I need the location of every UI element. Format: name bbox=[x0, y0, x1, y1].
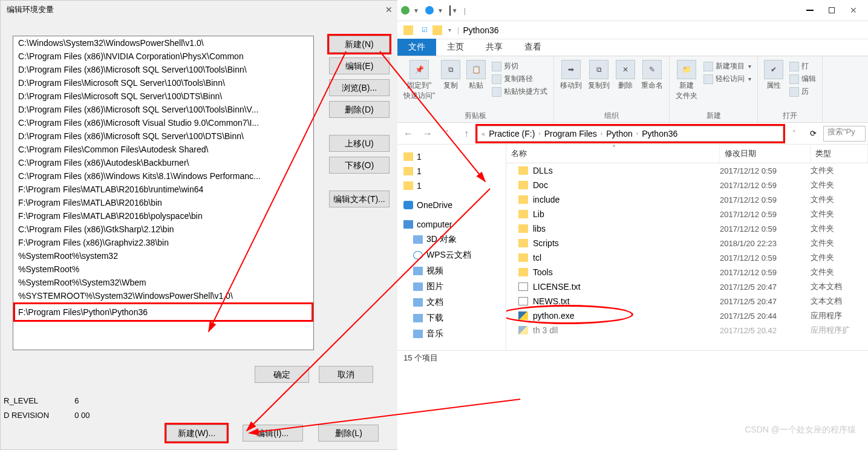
edit-text-button[interactable]: 编辑文本(T)... bbox=[329, 191, 390, 207]
file-row[interactable]: LICENSE.txt2017/12/5 20:47文本文档 bbox=[506, 279, 868, 294]
properties-button[interactable]: ✔属性 bbox=[764, 60, 783, 98]
tree-item-music[interactable]: 音乐 bbox=[400, 326, 503, 342]
path-list-item[interactable]: F:\Program Files\MATLAB\R2016b\bin bbox=[13, 196, 313, 209]
path-list-item[interactable]: D:\Program Files (x86)\Microsoft SQL Ser… bbox=[13, 129, 313, 143]
new-var-button[interactable]: 新建(W)... bbox=[166, 425, 227, 442]
tree-item-documents[interactable]: 文档 bbox=[400, 295, 503, 310]
file-row[interactable]: libs2017/12/12 0:59文件夹 bbox=[506, 221, 868, 236]
tree-item-pictures[interactable]: 图片 bbox=[400, 279, 503, 295]
tab-home[interactable]: 主页 bbox=[436, 39, 475, 56]
rename-button[interactable]: ✎重命名 bbox=[641, 60, 663, 91]
cancel-button[interactable]: 取消 bbox=[319, 366, 373, 383]
delete-var-button[interactable]: 删除(L) bbox=[318, 425, 379, 442]
browse-button[interactable]: 浏览(B)... bbox=[329, 79, 390, 96]
path-list-item[interactable]: C:\Program Files (x86)\Microsoft Visual … bbox=[13, 116, 313, 129]
tree-item-wps[interactable]: WPS云文档 bbox=[400, 247, 503, 263]
file-row[interactable]: include2017/12/12 0:59文件夹 bbox=[506, 192, 868, 207]
chevron-down-icon[interactable]: ▼ bbox=[413, 7, 419, 14]
open-button[interactable]: 打 bbox=[789, 61, 816, 71]
nav-tree[interactable]: 1 1 1 OneDrive computer 3D 对象 WPS云文档 视频 … bbox=[397, 145, 506, 350]
back-icon[interactable]: ← bbox=[400, 125, 417, 142]
path-list-item[interactable]: C:\Program Files (x86)\Autodesk\Backburn… bbox=[13, 156, 313, 169]
overflow-icon[interactable]: ▾ bbox=[448, 27, 451, 33]
breadcrumb-segment[interactable]: Practice (F:) bbox=[488, 129, 536, 139]
file-row[interactable]: Doc2017/12/12 0:59文件夹 bbox=[506, 178, 868, 192]
maximize-icon[interactable] bbox=[821, 2, 843, 19]
path-list-item[interactable]: F:\Program Files (x86)\Graphviz2.38\bin bbox=[13, 236, 313, 249]
breadcrumb-segment[interactable]: Python bbox=[605, 129, 634, 139]
path-list[interactable]: C:\Windows\System32\WindowsPowerShell\v1… bbox=[13, 36, 314, 350]
ok-button[interactable]: 确定 bbox=[255, 366, 309, 383]
cut-button[interactable]: 剪切 bbox=[492, 61, 547, 71]
tree-item-3d[interactable]: 3D 对象 bbox=[400, 232, 503, 247]
path-list-item[interactable]: D:\Program Files\Microsoft SQL Server\10… bbox=[13, 76, 313, 90]
checkbox-outline-icon[interactable]: ☑ bbox=[422, 26, 428, 34]
file-row[interactable]: python.exe2017/12/5 20:44应用程序 bbox=[506, 308, 868, 323]
new-folder-button[interactable]: 📁新建 文件夹 bbox=[676, 60, 697, 101]
path-list-item[interactable]: %SystemRoot%\system32 bbox=[13, 249, 313, 262]
path-list-item[interactable]: F:\Program Files\MATLAB\R2016b\runtime\w… bbox=[13, 183, 313, 196]
history-dropdown-icon[interactable]: ˅ bbox=[439, 125, 455, 142]
easy-access-button[interactable]: 轻松访问▾ bbox=[703, 74, 751, 84]
delete-button[interactable]: ✕删除 bbox=[616, 60, 635, 91]
column-type[interactable]: 类型 bbox=[811, 145, 868, 163]
paste-button[interactable]: 📋粘贴 bbox=[466, 60, 486, 101]
file-row[interactable]: DLLs2017/12/12 0:59文件夹 bbox=[506, 163, 868, 178]
delete-button[interactable]: 删除(D) bbox=[329, 101, 390, 118]
file-row[interactable]: NEWS.txt2017/12/5 20:47文本文档 bbox=[506, 294, 868, 308]
refresh-icon[interactable]: ⟳ bbox=[805, 129, 821, 138]
path-list-item[interactable]: D:\Program Files (x86)\Microsoft SQL Ser… bbox=[13, 63, 313, 76]
new-item-button[interactable]: 新建项目▾ bbox=[703, 61, 751, 71]
pin-button[interactable]: 📌固定到" 快速访问" bbox=[403, 60, 435, 101]
tree-item[interactable]: 1 bbox=[400, 178, 503, 193]
chevron-down-icon[interactable]: ▼ bbox=[452, 7, 458, 14]
column-date[interactable]: 修改日期 bbox=[720, 145, 811, 163]
new-button[interactable]: 新建(N) bbox=[329, 36, 390, 53]
edit-button[interactable]: 编辑 bbox=[789, 74, 816, 84]
path-list-item[interactable]: C:\Program Files (x86)\Windows Kits\8.1\… bbox=[13, 169, 313, 183]
tree-item-videos[interactable]: 视频 bbox=[400, 263, 503, 279]
address-dropdown-icon[interactable]: ˅ bbox=[786, 125, 803, 142]
file-row[interactable]: Lib2017/12/12 0:59文件夹 bbox=[506, 207, 868, 221]
minimize-icon[interactable] bbox=[799, 2, 821, 19]
up-icon[interactable]: ↑ bbox=[458, 125, 475, 142]
tree-item-computer[interactable]: computer bbox=[400, 217, 503, 232]
file-row[interactable]: Scripts2018/1/20 22:23文件夹 bbox=[506, 236, 868, 250]
tab-file[interactable]: 文件 bbox=[397, 39, 436, 56]
copy-button[interactable]: ⧉复制 bbox=[441, 60, 460, 101]
path-list-item[interactable]: F:\Program Files\Python\Python36 bbox=[13, 302, 313, 322]
paste-shortcut-button[interactable]: 粘贴快捷方式 bbox=[492, 86, 547, 97]
tab-view[interactable]: 查看 bbox=[514, 39, 552, 56]
path-list-item[interactable]: D:\Program Files (x86)\Microsoft SQL Ser… bbox=[13, 103, 313, 116]
tab-share[interactable]: 共享 bbox=[475, 39, 514, 56]
path-list-item[interactable]: C:\Windows\System32\WindowsPowerShell\v1… bbox=[13, 36, 313, 50]
move-up-button[interactable]: 上移(U) bbox=[329, 135, 390, 152]
path-list-item[interactable]: D:\Program Files\Microsoft SQL Server\10… bbox=[13, 90, 313, 103]
move-down-button[interactable]: 下移(O) bbox=[329, 157, 390, 174]
close-icon[interactable]: ✕ bbox=[385, 5, 393, 15]
edit-var-button[interactable]: 编辑(I)... bbox=[243, 425, 303, 442]
move-to-button[interactable]: ➡移动到 bbox=[560, 60, 582, 91]
path-list-item[interactable]: C:\Program Files (x86)\GtkSharp\2.12\bin bbox=[13, 223, 313, 236]
tree-item[interactable]: 1 bbox=[400, 149, 503, 164]
forward-icon[interactable]: → bbox=[419, 125, 436, 142]
copy-path-button[interactable]: 复制路径 bbox=[492, 74, 547, 84]
path-list-item[interactable]: C:\Program Files\Common Files\Autodesk S… bbox=[13, 143, 313, 156]
breadcrumb-segment[interactable]: Program Files bbox=[543, 129, 598, 139]
file-row[interactable]: Tools2017/12/12 0:59文件夹 bbox=[506, 265, 868, 279]
history-button[interactable]: 历 bbox=[789, 86, 816, 97]
newtab-icon[interactable] bbox=[449, 6, 451, 15]
edit-button[interactable]: 编辑(E) bbox=[329, 57, 390, 74]
address-bar[interactable]: « Practice (F:)›Program Files›Python›Pyt… bbox=[477, 126, 783, 142]
copy-to-button[interactable]: ⧉复制到 bbox=[588, 60, 610, 91]
file-row[interactable]: tcl2017/12/12 0:59文件夹 bbox=[506, 250, 868, 265]
tree-item[interactable]: 1 bbox=[400, 164, 503, 178]
close-icon[interactable]: ✕ bbox=[843, 2, 864, 19]
path-list-item[interactable]: %SYSTEMROOT%\System32\WindowsPowerShell\… bbox=[13, 289, 313, 302]
column-name[interactable]: 名称^ bbox=[506, 145, 720, 163]
tree-item-onedrive[interactable]: OneDrive bbox=[400, 198, 503, 212]
tree-item-downloads[interactable]: 下载 bbox=[400, 310, 503, 326]
path-list-item[interactable]: C:\Program Files (x86)\NVIDIA Corporatio… bbox=[13, 50, 313, 63]
path-list-item[interactable]: %SystemRoot% bbox=[13, 262, 313, 276]
search-input[interactable]: 搜索"Py bbox=[823, 126, 866, 142]
